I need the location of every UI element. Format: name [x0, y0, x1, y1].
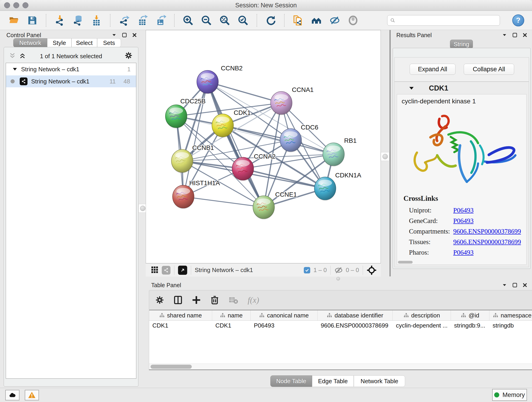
- crosslink-value[interactable]: P06493: [453, 249, 474, 256]
- table-cell[interactable]: stringdb:9...: [451, 321, 489, 330]
- birds-eye-view-icon[interactable]: [178, 266, 187, 275]
- tree-expand-icon[interactable]: [12, 66, 18, 72]
- crosslink-value[interactable]: 9606.ENSP00000378699: [453, 238, 521, 245]
- delete-column-trash-icon[interactable]: [210, 295, 219, 305]
- table-cell[interactable]: stringdb: [489, 321, 532, 330]
- tab-style-label: Style: [53, 39, 66, 46]
- search-input[interactable]: [398, 17, 497, 24]
- crosslink-label: Tissues:: [409, 236, 452, 247]
- expand-all-button[interactable]: Expand All: [410, 64, 456, 75]
- tab-edge-table[interactable]: Edge Table: [312, 375, 354, 387]
- network-collection-row[interactable]: String Network – cdk1 1: [6, 63, 136, 75]
- hide-selected-button[interactable]: [329, 14, 341, 27]
- column-header-namespace[interactable]: namespace: [489, 310, 532, 320]
- network-edge-HIST1H1A-CCNE1[interactable]: [183, 197, 264, 207]
- close-panel-icon[interactable]: [522, 32, 527, 38]
- apply-layout-button[interactable]: [264, 14, 277, 27]
- float-panel-icon[interactable]: [122, 32, 127, 38]
- network-current-dot-icon: [11, 79, 15, 83]
- export-image-button[interactable]: [154, 14, 167, 27]
- import-table-file-button[interactable]: [90, 14, 103, 27]
- panel-menu-icon[interactable]: [111, 32, 117, 38]
- zoom-fit-button[interactable]: [219, 14, 231, 27]
- network-options-gear-icon[interactable]: [124, 51, 133, 61]
- selected-checkbox-icon[interactable]: [304, 267, 310, 274]
- column-header-canonical-name[interactable]: canonical name: [251, 310, 317, 320]
- grid-view-icon[interactable]: [151, 266, 158, 274]
- zoom-out-button[interactable]: [200, 14, 213, 27]
- crosslink-value[interactable]: P06493: [453, 206, 474, 214]
- column-header-shared-name[interactable]: shared name: [149, 310, 212, 320]
- panel-menu-icon[interactable]: [502, 282, 507, 288]
- tab-network[interactable]: Network: [13, 38, 47, 47]
- open-session-button[interactable]: [8, 14, 20, 27]
- table-cell[interactable]: cyclin-dependent ...: [393, 321, 451, 330]
- table-options-gear-icon[interactable]: [155, 295, 164, 305]
- tab-string[interactable]: String: [450, 40, 473, 49]
- column-attribute-icon: [259, 313, 265, 318]
- crosshair-icon[interactable]: [367, 265, 377, 275]
- function-builder-icon[interactable]: f(x): [248, 295, 259, 305]
- zoom-selected-button[interactable]: [237, 14, 249, 27]
- toolbar-separator: [257, 14, 257, 27]
- string-network-icon: [20, 77, 27, 85]
- import-network-file-button[interactable]: [54, 14, 66, 27]
- delete-table-icon[interactable]: [228, 295, 239, 305]
- column-header-name[interactable]: name: [212, 310, 251, 320]
- tab-network-table[interactable]: Network Table: [354, 375, 405, 387]
- gene-section-collapse-icon[interactable]: [408, 85, 415, 92]
- network-row-selected[interactable]: String Network – cdk1 11 48: [6, 75, 136, 87]
- help-button[interactable]: ?: [512, 14, 524, 26]
- cloud-status-button[interactable]: [5, 390, 19, 400]
- crosslink-value[interactable]: P06493: [453, 217, 474, 224]
- crosslink-label: Compartments:: [409, 226, 452, 236]
- table-row[interactable]: CDK1CDK1P064939606.ENSP00000378699cyclin…: [149, 321, 532, 330]
- float-panel-icon[interactable]: [512, 32, 517, 38]
- table-cell[interactable]: CDK1: [212, 321, 251, 330]
- table-panel-title: Table Panel: [151, 282, 181, 288]
- results-panel-title: Results Panel: [396, 32, 432, 38]
- create-column-plus-icon[interactable]: [192, 295, 201, 305]
- results-horizontal-scrollbar[interactable]: [398, 261, 413, 264]
- network-share-icon[interactable]: [162, 266, 171, 274]
- tab-select[interactable]: Select: [71, 38, 97, 47]
- export-table-button[interactable]: [136, 14, 148, 27]
- save-session-button[interactable]: [26, 14, 38, 27]
- tab-sets[interactable]: Sets: [97, 38, 121, 47]
- table-cell[interactable]: 9606.ENSP00000378699: [317, 321, 393, 330]
- crosslink-row: Pharos: P06493: [409, 247, 521, 258]
- export-network-button[interactable]: [118, 14, 130, 27]
- column-attribute-icon: [220, 313, 225, 318]
- show-columns-icon[interactable]: [173, 295, 183, 305]
- network-canvas[interactable]: CCNB2CCNA1CDC25BCDK1CDC6RB1CCNB1CCNA2CDK…: [146, 30, 381, 263]
- collapse-all-button[interactable]: Collapse All: [464, 64, 514, 75]
- column-header--id[interactable]: @id: [451, 310, 489, 320]
- horizontal-splitter[interactable]: [142, 276, 532, 280]
- table-cell[interactable]: P06493: [251, 321, 317, 330]
- zoom-in-button[interactable]: [182, 14, 194, 27]
- table-horizontal-scrollbar[interactable]: [151, 365, 192, 369]
- tab-node-table[interactable]: Node Table: [270, 375, 312, 387]
- close-panel-icon[interactable]: [132, 32, 137, 38]
- memory-button[interactable]: Memory: [492, 389, 527, 401]
- panel-menu-icon[interactable]: [502, 32, 507, 38]
- new-network-from-selection-button[interactable]: [292, 14, 304, 27]
- node-label-CCNB2: CCNB2: [221, 65, 243, 72]
- column-header-description[interactable]: description: [393, 310, 451, 320]
- close-panel-icon[interactable]: [522, 283, 527, 288]
- window-title: Session: New Session: [0, 2, 532, 9]
- table-cell[interactable]: CDK1: [149, 321, 212, 330]
- float-panel-icon[interactable]: [512, 283, 517, 288]
- right-splitter[interactable]: [389, 30, 391, 276]
- show-all-button[interactable]: [347, 14, 359, 27]
- crosslink-value[interactable]: 9606.ENSP00000378699: [453, 228, 521, 235]
- column-header-database-identifier[interactable]: database identifier: [317, 310, 393, 320]
- right-splitter-handle[interactable]: [381, 152, 389, 161]
- import-network-database-button[interactable]: [72, 14, 84, 27]
- first-neighbors-button[interactable]: [310, 14, 323, 27]
- import-network-icon: [54, 15, 65, 26]
- warnings-button[interactable]: [25, 390, 39, 400]
- network-row-label: String Network – cdk1: [31, 78, 89, 85]
- tab-style[interactable]: Style: [47, 38, 71, 47]
- network-edge-CCNB2-CCNA1[interactable]: [208, 82, 281, 103]
